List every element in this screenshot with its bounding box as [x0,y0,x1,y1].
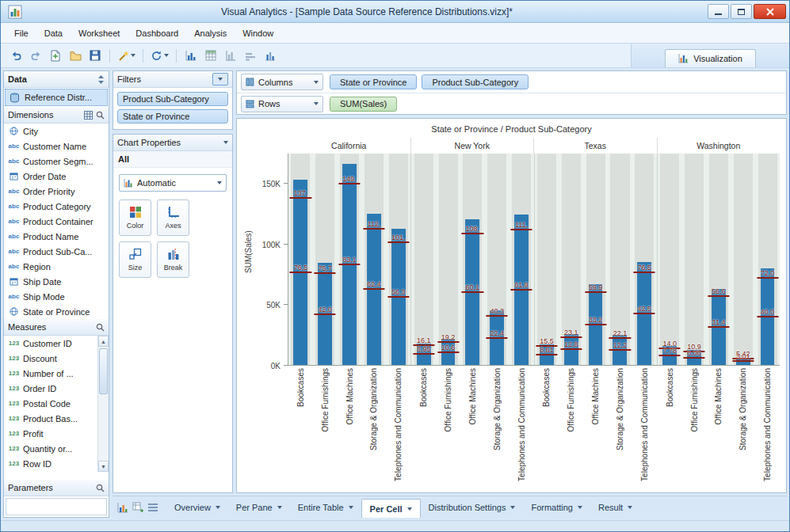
marks-chart-tool-button[interactable] [242,47,259,64]
filter-pill-product-sub-category[interactable]: Product Sub-Category [117,92,228,106]
tab-per-pane[interactable]: Per Pane [228,496,290,518]
dimension-item-state-or-province[interactable]: State or Province [4,304,109,319]
dual-chart-tool-button[interactable] [261,47,279,64]
number-icon: 123 [9,355,19,362]
search-icon[interactable] [96,111,105,120]
table-grid-tool-button[interactable] [202,47,219,64]
measure-item-customer-id[interactable]: 123Customer ID [4,336,97,351]
tab-per-cell[interactable]: Per Cell [361,499,421,518]
mini-bar-chart-icon[interactable] [117,502,128,513]
menu-window[interactable]: Window [235,25,281,41]
maximize-button[interactable] [731,4,752,19]
x-label-slot: Office Furnishings [313,366,338,489]
filter-pill-state-or-province[interactable]: State or Province [117,109,228,124]
bar-slot-california-bookcases: 137,76,5 [288,154,313,365]
scroll-down-icon[interactable]: ▼ [98,461,109,472]
reference-line-lower [683,357,704,359]
menu-file[interactable]: File [7,25,36,41]
property-button-label: Size [128,264,143,272]
dimension-item-product-name[interactable]: abcProduct Name [4,229,109,244]
measure-item-postal-code[interactable]: 123Postal Code [4,396,97,411]
mark-type-select[interactable]: Automatic [119,174,227,192]
dimension-item-region[interactable]: abcRegion [4,259,109,274]
dimension-item-product-category[interactable]: abcProduct Category [4,199,109,214]
scroll-up-icon[interactable]: ▲ [98,336,109,347]
reference-line-lower [487,337,508,339]
menu-dashboard[interactable]: Dashboard [128,25,185,41]
sort-fields-icon[interactable] [97,75,105,84]
tab-distribution-settings[interactable]: Distribution Settings [421,496,524,518]
columns-shelf-button[interactable]: Columns [241,74,323,90]
dimension-item-label: Order Date [23,172,66,181]
measure-item-row-id[interactable]: 123Row ID [4,456,97,471]
dimension-item-product-sub-ca[interactable]: abcProduct Sub-Ca... [4,244,109,259]
data-source-item[interactable]: Reference Distr... [5,89,108,106]
pill-product-sub-category[interactable]: Product Sub-Category [422,74,529,89]
search-icon[interactable] [96,323,105,332]
undo-button[interactable] [7,47,25,64]
measure-item-profit[interactable]: 123Profit [4,426,97,441]
save-button[interactable] [86,47,104,64]
tab-entire-table[interactable]: Entire Table [290,496,361,518]
dimension-item-ship-mode[interactable]: abcShip Mode [4,289,109,304]
tab-result[interactable]: Result [590,496,640,518]
minimize-button[interactable] [708,4,729,19]
add-worksheet-icon[interactable] [132,502,143,513]
property-button-break[interactable]: Break [157,241,189,278]
measure-item-discount[interactable]: 123Discount [4,351,97,366]
dimension-item-label: City [23,127,38,136]
dimension-item-customer-name[interactable]: abcCustomer Name [4,139,109,154]
pill-state-or-province[interactable]: State or Province [330,74,417,89]
x-label-slot: Telephones and Communication [386,366,410,489]
bar-chart-tool-button[interactable] [182,47,200,64]
view-as-table-icon[interactable] [84,111,93,120]
format-wand-button[interactable] [116,47,137,64]
property-button-color[interactable]: Color [119,200,151,236]
toolbar-separator [143,49,143,63]
measure-item-quantity-or[interactable]: 123Quantity or... [4,441,97,456]
property-button-size[interactable]: Size [119,241,151,278]
dimension-item-order-date[interactable]: Order Date [4,169,109,184]
measures-scrollbar[interactable]: ▲ ▼ [97,336,109,472]
chevron-down-icon[interactable] [223,141,228,144]
dimension-item-customer-segm[interactable]: abcCustomer Segm... [4,154,109,169]
new-workbook-button[interactable] [47,47,64,64]
rows-shelf-button[interactable]: Rows [241,96,323,112]
dimension-item-ship-date[interactable]: Ship Date [4,274,109,289]
dimension-item-city[interactable]: City [4,124,109,139]
menu-worksheet[interactable]: Worksheet [71,25,127,41]
measure-item-product-bas[interactable]: 123Product Bas... [4,411,97,426]
properties-scope[interactable]: All [113,151,232,168]
dimension-item-order-priority[interactable]: abcOrder Priority [4,184,109,199]
number-icon: 123 [9,370,19,377]
redo-button[interactable] [27,47,44,64]
menu-analysis[interactable]: Analysis [187,25,234,41]
refresh-button[interactable] [149,47,170,64]
x-label-office-machines: Office Machines [345,368,354,425]
property-button-axes[interactable]: Axes [157,200,189,236]
chevron-down-icon [216,506,220,509]
tab-overview[interactable]: Overview [166,496,228,518]
list-view-icon[interactable] [147,503,158,512]
dimension-item-label: Customer Name [23,142,86,151]
tab-visualization[interactable]: Visualization [665,49,756,67]
data-panel-title: Data [8,74,94,84]
measure-item-order-id[interactable]: 123Order ID [4,381,97,396]
chevron-down-icon [277,506,282,509]
scrollbar-track[interactable] [98,347,109,461]
search-icon[interactable] [96,484,105,492]
axes-chart-tool-button[interactable] [222,47,239,64]
close-button[interactable] [754,4,786,19]
open-button[interactable] [67,47,84,64]
tab-formatting[interactable]: Formatting [523,496,590,518]
measure-item-number-of[interactable]: 123Number of ... [4,366,97,381]
menu-data[interactable]: Data [37,25,70,41]
new-document-icon [50,50,61,62]
scrollbar-thumb[interactable] [99,348,108,394]
dimension-item-product-container[interactable]: abcProduct Container [4,214,109,229]
pill-sum-sales[interactable]: SUM(Sales) [330,97,397,112]
reference-line-upper [708,295,729,297]
reference-line-lower [659,355,681,356]
pane-washington: 14,07,7810,96,0656,631,45,423,0172,040,0 [657,154,780,365]
filters-dropdown-button[interactable] [212,73,228,86]
